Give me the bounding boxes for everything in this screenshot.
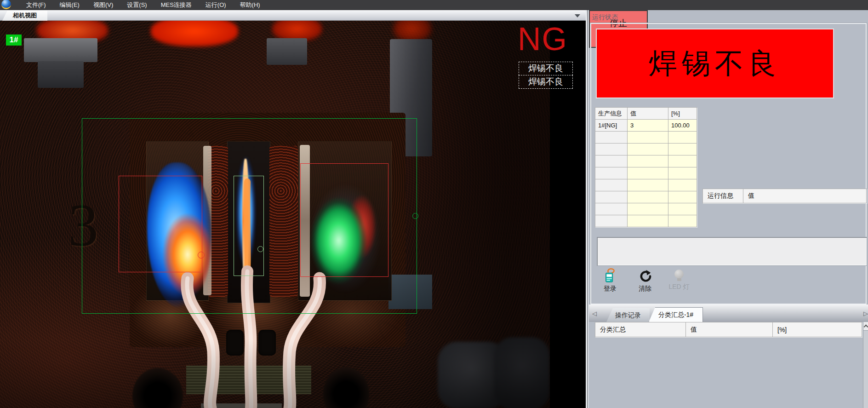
column-header: 分类汇总 xyxy=(595,322,686,337)
cell xyxy=(628,144,668,155)
cell xyxy=(628,132,668,144)
cell xyxy=(628,167,668,179)
cell xyxy=(668,144,697,155)
refresh-icon xyxy=(638,269,652,283)
table-row[interactable] xyxy=(595,155,697,167)
camera-image[interactable]: 3 xyxy=(0,21,550,408)
clear-label: 清除 xyxy=(639,285,651,293)
cell xyxy=(668,167,697,179)
led-label: LED 灯 xyxy=(668,283,689,291)
table-row[interactable] xyxy=(595,144,697,155)
table-header-row: 运行信息值 xyxy=(703,189,867,203)
menu-item[interactable]: 视图(V) xyxy=(86,0,120,10)
menu-item[interactable]: 运行(O) xyxy=(199,0,233,10)
menu-item[interactable]: 设置(S) xyxy=(120,0,154,10)
lightbulb-icon xyxy=(674,270,684,282)
defect-tag: 焊锡不良 xyxy=(519,62,573,75)
cell xyxy=(628,191,668,203)
menu-item[interactable]: MES连接器 xyxy=(154,0,199,10)
cell xyxy=(595,167,628,179)
clear-button[interactable]: 清除 xyxy=(630,268,660,298)
tab-scroll-left-icon[interactable]: ◁ xyxy=(592,310,597,317)
tab-operation-log[interactable]: 操作记录 xyxy=(606,308,650,322)
cell xyxy=(628,215,668,227)
menu-items: 文件(F)编辑(E)视图(V)设置(S)MES连接器运行(O)帮助(H) xyxy=(19,0,267,10)
roi-marker-dot xyxy=(257,246,263,252)
cell xyxy=(668,203,697,215)
table-row[interactable] xyxy=(595,191,697,203)
column-header: [%] xyxy=(773,322,862,337)
led-light-button[interactable]: LED 灯 xyxy=(664,268,694,298)
table-row[interactable] xyxy=(595,132,697,144)
cell xyxy=(668,191,697,203)
column-header: [%] xyxy=(668,108,697,120)
defect-tag: 焊锡不良 xyxy=(519,75,573,89)
cell: 1#[NG] xyxy=(595,120,628,132)
table-header-row: 分类汇总值[%] xyxy=(595,322,862,337)
column-header: 生产信息 xyxy=(595,108,628,120)
cell xyxy=(668,155,697,167)
roi-rect-left xyxy=(119,176,202,272)
inspection-result-text: NG xyxy=(518,23,568,55)
camera-panel: 相机视图 xyxy=(0,10,586,408)
roi-marker-dot xyxy=(412,213,418,219)
class-summary-table: 分类汇总值[%] xyxy=(595,322,862,337)
id-badge-icon xyxy=(602,268,618,283)
tab-class-summary[interactable]: 分类汇总-1# xyxy=(649,307,703,322)
run-status-panel: 运行状态 焊锡不良 生产信息值[%] 1#[NG]3100.00 运行信息值 登… xyxy=(589,10,868,408)
column-header: 值 xyxy=(628,108,668,120)
roi-rect-middle xyxy=(234,176,264,276)
column-header: 值 xyxy=(686,322,773,337)
chevron-down-icon[interactable] xyxy=(575,14,580,17)
table-row[interactable] xyxy=(595,179,697,191)
production-info-table: 生产信息值[%] 1#[NG]3100.00 xyxy=(595,107,697,227)
cell xyxy=(668,215,697,227)
roi-rect-right xyxy=(300,163,388,277)
table-header-row: 生产信息值[%] xyxy=(595,108,697,120)
cell xyxy=(668,179,697,191)
app-logo-icon xyxy=(1,0,11,9)
tab-camera-view[interactable]: 相机视图 xyxy=(2,11,47,21)
table-row[interactable] xyxy=(595,167,697,179)
cell xyxy=(595,179,628,191)
menu-item[interactable]: 编辑(E) xyxy=(53,0,86,10)
table-row[interactable] xyxy=(595,203,697,215)
camera-tab-bar: 相机视图 xyxy=(0,10,586,21)
panel-title: 运行状态 xyxy=(592,13,618,22)
cell xyxy=(628,203,668,215)
run-info-table: 运行信息值 xyxy=(702,189,867,203)
cell xyxy=(595,203,628,215)
vertical-scrollbar[interactable] xyxy=(863,322,868,408)
scrollbar-up-button[interactable] xyxy=(863,322,868,331)
panel-splitter[interactable] xyxy=(586,10,589,408)
cell: 100.00 xyxy=(668,120,697,132)
menu-item[interactable]: 帮助(H) xyxy=(233,0,267,10)
bottom-tab-strip: ◁ 操作记录 分类汇总-1# ▷ xyxy=(589,305,868,322)
cell xyxy=(628,179,668,191)
roi-marker-dot xyxy=(198,252,205,259)
cell xyxy=(595,155,628,167)
tab-scroll-right-icon[interactable]: ▷ xyxy=(863,310,868,317)
login-label: 登录 xyxy=(604,285,617,293)
menu-bar: 文件(F)编辑(E)视图(V)设置(S)MES连接器运行(O)帮助(H) xyxy=(0,0,868,10)
summary-table-viewport: 分类汇总值[%] xyxy=(589,322,868,408)
cell xyxy=(595,132,628,144)
column-header: 值 xyxy=(743,189,867,203)
login-button[interactable]: 登录 xyxy=(595,268,625,298)
camera-id-badge: 1# xyxy=(6,34,22,46)
cell xyxy=(595,144,628,155)
column-header: 运行信息 xyxy=(703,189,743,203)
table-row[interactable]: 1#[NG]3100.00 xyxy=(595,120,697,132)
cell xyxy=(628,155,668,167)
message-box xyxy=(597,237,867,266)
menu-item[interactable]: 文件(F) xyxy=(19,0,53,10)
table-row[interactable] xyxy=(595,215,697,227)
cell xyxy=(668,132,697,144)
cell: 3 xyxy=(628,120,668,132)
cell xyxy=(595,191,628,203)
alarm-text: 焊锡不良 xyxy=(649,44,781,83)
alarm-banner: 焊锡不良 xyxy=(596,29,834,98)
cell xyxy=(595,215,628,227)
